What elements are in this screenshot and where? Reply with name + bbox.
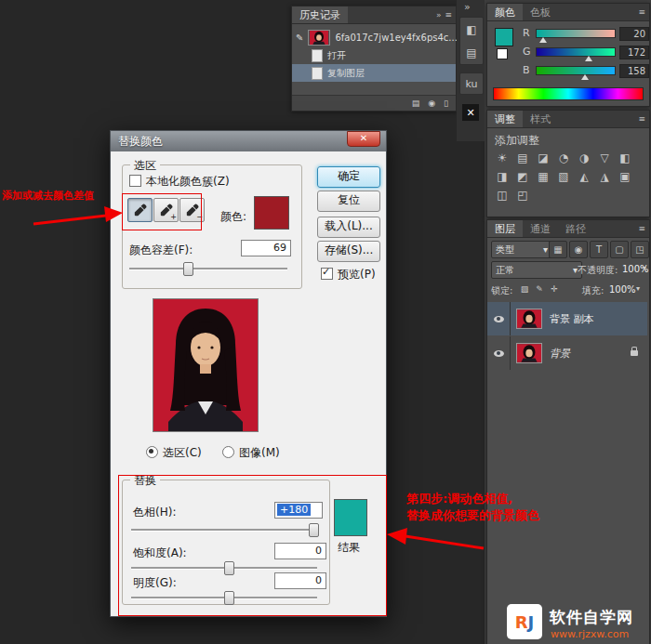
layer-name[interactable]: 背景 bbox=[550, 347, 570, 361]
layer-filter-icon[interactable]: ◳ bbox=[631, 241, 649, 258]
adjustment-icon[interactable]: ▽ bbox=[595, 150, 614, 166]
layer-visibility-eye-icon[interactable] bbox=[494, 316, 504, 322]
layer-row-background-copy[interactable]: 背景 副本 bbox=[487, 302, 647, 335]
selection-preview-image[interactable] bbox=[153, 298, 259, 432]
tab-paths[interactable]: 路径 bbox=[558, 220, 593, 237]
save-button[interactable]: 存储(S)... bbox=[317, 241, 380, 262]
tab-history[interactable]: 历史记录 bbox=[292, 7, 348, 23]
lightness-slider[interactable] bbox=[131, 590, 317, 605]
fuzziness-slider[interactable] bbox=[129, 261, 287, 276]
history-footer-icon[interactable]: ▯ bbox=[444, 99, 448, 108]
history-item-duplicate-layer[interactable]: 复制图层 bbox=[292, 64, 456, 82]
green-slider-thumb[interactable] bbox=[585, 56, 592, 61]
adjustment-icon[interactable]: ◑ bbox=[575, 150, 593, 166]
tab-styles[interactable]: 样式 bbox=[523, 111, 558, 127]
dialog-titlebar[interactable]: 替换颜色 ✕ bbox=[111, 131, 386, 151]
layer-filter-icon[interactable]: T bbox=[590, 241, 608, 258]
adjustment-icon[interactable]: ◔ bbox=[554, 150, 573, 166]
hue-slider-thumb[interactable] bbox=[309, 523, 319, 537]
red-slider[interactable] bbox=[536, 29, 616, 38]
blue-slider[interactable] bbox=[536, 66, 616, 75]
tab-layers[interactable]: 图层 bbox=[487, 220, 523, 237]
fuzziness-input[interactable]: 69 bbox=[241, 240, 291, 256]
history-item-snapshot[interactable]: ✎ 6fa017c7jw1ey4fx6ps4c... bbox=[292, 29, 456, 46]
adjustment-icon[interactable]: ☀ bbox=[493, 150, 512, 166]
foreground-color-swatch[interactable] bbox=[495, 28, 513, 46]
radio-icon[interactable] bbox=[222, 446, 234, 458]
red-slider-thumb[interactable] bbox=[539, 37, 547, 43]
panel-menu-icon[interactable]: ≡ bbox=[445, 10, 452, 20]
layer-row-background[interactable]: 背景 bbox=[487, 336, 647, 370]
radio-icon[interactable] bbox=[146, 446, 158, 458]
subtract-from-sample-eyedropper-button[interactable]: − bbox=[179, 198, 205, 222]
collapse-panels-icon[interactable]: » bbox=[464, 1, 471, 13]
add-to-sample-eyedropper-button[interactable]: + bbox=[153, 198, 179, 222]
ok-button[interactable]: 确定 bbox=[317, 166, 380, 188]
layer-filter-type-dropdown[interactable]: 类型 ▾ bbox=[491, 241, 552, 258]
layer-visibility-eye-icon[interactable] bbox=[494, 350, 504, 357]
layer-filter-icon[interactable]: ▦ bbox=[549, 241, 567, 258]
blue-slider-thumb[interactable] bbox=[581, 74, 589, 80]
history-item-open[interactable]: 打开 bbox=[292, 46, 456, 64]
adjustment-icon[interactable]: ◮ bbox=[595, 168, 614, 185]
panel-menu-icon[interactable]: ≡ bbox=[638, 114, 645, 124]
tab-swatches[interactable]: 色板 bbox=[523, 4, 558, 20]
dock-panel-icon[interactable]: ◧ bbox=[462, 20, 481, 40]
tab-channels[interactable]: 通道 bbox=[523, 220, 558, 237]
eyedropper-button[interactable] bbox=[127, 198, 153, 222]
adjustment-icon[interactable]: ▤ bbox=[513, 150, 532, 166]
green-slider[interactable] bbox=[536, 47, 616, 57]
tab-color[interactable]: 颜色 bbox=[487, 4, 523, 20]
close-panel-icon[interactable]: ✕ bbox=[462, 104, 479, 121]
layer-filter-icon[interactable]: ◉ bbox=[569, 241, 588, 258]
adjustment-icon[interactable]: ▦ bbox=[534, 168, 552, 185]
layer-filter-icon[interactable]: ▢ bbox=[610, 241, 629, 258]
lightness-slider-thumb[interactable] bbox=[224, 591, 234, 605]
lightness-input[interactable]: 0 bbox=[274, 572, 326, 589]
selected-color-swatch[interactable] bbox=[254, 196, 289, 230]
history-footer-icon[interactable]: ◉ bbox=[428, 99, 435, 108]
dock-panel-icon[interactable]: ▤ bbox=[462, 43, 481, 63]
checkbox-icon[interactable] bbox=[129, 175, 141, 187]
collapse-icon[interactable]: » bbox=[436, 10, 442, 20]
adjustment-icon[interactable]: ◪ bbox=[534, 150, 552, 166]
adjustment-icon[interactable]: ◰ bbox=[513, 187, 532, 204]
fuzziness-slider-thumb[interactable] bbox=[183, 262, 193, 276]
adjustment-icon[interactable]: ◩ bbox=[513, 168, 532, 185]
blend-mode-dropdown[interactable]: 正常 ▾ bbox=[491, 261, 582, 279]
hue-slider[interactable] bbox=[131, 522, 317, 537]
close-icon[interactable]: ✕ bbox=[347, 131, 380, 147]
adjustment-icon[interactable]: ▧ bbox=[554, 168, 573, 185]
adjustment-icon[interactable]: ▣ bbox=[616, 168, 634, 185]
layer-name[interactable]: 背景 副本 bbox=[550, 312, 594, 326]
red-value[interactable]: 20 bbox=[619, 27, 649, 41]
adjustment-icon[interactable]: ◨ bbox=[493, 168, 512, 185]
adjustment-icon[interactable]: ◧ bbox=[616, 150, 634, 166]
saturation-input[interactable]: 0 bbox=[274, 543, 326, 559]
preview-checkbox[interactable]: 预览(P) bbox=[321, 267, 376, 283]
checkbox-icon[interactable] bbox=[321, 268, 333, 280]
localized-color-clusters-checkbox[interactable]: 本地化颜色簇(Z) bbox=[129, 174, 230, 190]
history-footer-icon[interactable]: ▤ bbox=[412, 99, 420, 108]
panel-menu-icon[interactable]: ≡ bbox=[638, 7, 645, 17]
lock-option-icon[interactable]: ✎ bbox=[533, 282, 546, 296]
kuler-panel-icon[interactable]: ku bbox=[459, 72, 484, 95]
layer-thumbnail[interactable] bbox=[516, 343, 542, 363]
radio-selection[interactable]: 选区(C) bbox=[146, 445, 202, 461]
fill-value[interactable]: 100% bbox=[609, 284, 636, 295]
reset-button[interactable]: 复位 bbox=[317, 191, 380, 212]
tab-adjustments[interactable]: 调整 bbox=[487, 111, 523, 127]
panel-menu-icon[interactable]: ≡ bbox=[638, 224, 645, 233]
radio-image[interactable]: 图像(M) bbox=[222, 445, 280, 461]
lock-option-icon[interactable]: ▨ bbox=[518, 282, 531, 296]
lock-option-icon[interactable]: ✛ bbox=[548, 282, 561, 296]
adjustment-icon[interactable]: ◫ bbox=[493, 187, 512, 204]
adjustment-icon[interactable]: ◭ bbox=[575, 168, 593, 185]
background-color-swatch[interactable] bbox=[497, 48, 508, 59]
blue-value[interactable]: 158 bbox=[619, 64, 649, 78]
saturation-slider-thumb[interactable] bbox=[224, 561, 234, 575]
load-button[interactable]: 载入(L)... bbox=[317, 217, 380, 238]
result-color-swatch[interactable] bbox=[334, 499, 367, 536]
hue-input[interactable]: +180 bbox=[274, 502, 323, 519]
green-value[interactable]: 172 bbox=[619, 46, 649, 59]
